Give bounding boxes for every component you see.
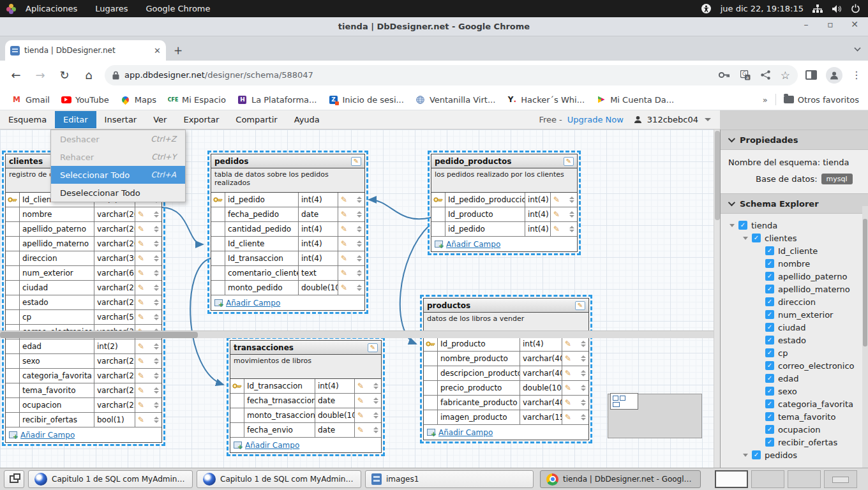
accessibility-icon[interactable] (701, 3, 712, 14)
expand-arrow-icon[interactable] (743, 237, 748, 240)
checked-checkbox[interactable]: ✓ (765, 387, 774, 396)
table-header[interactable]: pedidos✎ (211, 154, 364, 168)
field-row[interactable]: nombre_productovarchar(40)✎ (424, 352, 588, 366)
reorder-field-handle[interactable] (357, 197, 362, 203)
reorder-field-handle[interactable] (154, 314, 159, 320)
tree-node-apellido_paterno[interactable]: ✓apellido_paterno (721, 270, 868, 283)
show-desktop-button[interactable] (4, 470, 24, 488)
propiedades-section-header[interactable]: Propiedades (721, 130, 868, 150)
field-row[interactable]: apellido_paternovarchar(20)✎ (6, 222, 161, 237)
edit-field-icon[interactable]: ✎ (341, 225, 347, 234)
expand-arrow-icon[interactable] (743, 454, 748, 457)
table-pedidos[interactable]: pedidos✎tabla de datos sobre los pedidos… (211, 154, 365, 311)
menubar-item-ver[interactable]: Ver (145, 111, 175, 128)
reorder-field-handle[interactable] (373, 427, 378, 433)
edit-field-icon[interactable]: ✎ (138, 269, 144, 278)
menu-item-deseleccionar-todo[interactable]: Deseleccionar Todo (51, 184, 185, 202)
workspace-4[interactable] (824, 470, 857, 488)
reorder-field-handle[interactable] (357, 255, 362, 262)
tree-node-edad[interactable]: ✓edad (721, 372, 868, 385)
edit-field-icon[interactable]: ✎ (357, 396, 364, 405)
tree-node-ciudad[interactable]: ✓ciudad (721, 321, 868, 334)
tree-node-categoria_favorita[interactable]: ✓categoria_favorita (721, 397, 868, 410)
reorder-field-handle[interactable] (581, 385, 586, 391)
field-row[interactable]: Id_pedido_produccionint(4)✎ (431, 193, 577, 207)
reorder-field-handle[interactable] (154, 255, 159, 262)
tree-node-estado[interactable]: ✓estado (721, 334, 868, 346)
tree-node-cp[interactable]: ✓cp (721, 346, 868, 359)
edit-field-icon[interactable]: ✎ (341, 269, 347, 278)
checked-checkbox[interactable]: ✓ (765, 438, 774, 447)
field-row[interactable]: descripcion_productovarchar(40)✎ (424, 366, 588, 381)
reorder-field-handle[interactable] (581, 414, 586, 420)
checked-checkbox[interactable]: ✓ (765, 323, 774, 332)
edit-field-icon[interactable]: ✎ (138, 342, 144, 351)
tree-node-direccion[interactable]: ✓direccion (721, 295, 868, 308)
edit-field-icon[interactable]: ✎ (553, 210, 560, 219)
edit-field-icon[interactable]: ✎ (341, 210, 347, 219)
menubar-item-esquema[interactable]: Esquema (0, 111, 55, 128)
scrollbar-thumb[interactable] (0, 332, 198, 338)
back-button[interactable]: ← (4, 68, 28, 82)
reorder-field-handle[interactable] (357, 270, 362, 276)
field-row[interactable]: monto_trasacciondouble(10)✎ (230, 408, 381, 423)
field-row[interactable]: comentario_clientetext✎ (211, 266, 364, 281)
edit-field-icon[interactable]: ✎ (138, 401, 144, 410)
reorder-field-handle[interactable] (154, 343, 159, 350)
table-header[interactable]: pedido_productos✎ (431, 154, 577, 168)
checked-checkbox[interactable]: ✓ (765, 285, 774, 293)
edit-field-icon[interactable]: ✎ (341, 195, 347, 204)
checked-checkbox[interactable]: ✓ (765, 374, 774, 383)
reorder-field-handle[interactable] (357, 226, 362, 232)
reorder-field-handle[interactable] (373, 412, 378, 419)
tree-node-apellido_materno[interactable]: ✓apellido_materno (721, 283, 868, 295)
window-titlebar[interactable]: tienda | DbDesigner.net - Google Chrome … (0, 17, 868, 36)
reorder-field-handle[interactable] (154, 211, 159, 218)
browser-tab[interactable]: tienda | DbDesigner.net ✕ (5, 40, 166, 61)
edit-field-icon[interactable]: ✎ (138, 254, 144, 263)
edit-field-icon[interactable]: ✎ (138, 357, 144, 366)
field-row[interactable]: num_exteriorvarchar(6)✎ (6, 266, 161, 281)
user-menu-caret-icon[interactable] (705, 118, 711, 121)
field-row[interactable]: Id_productoint(4)✎ (424, 337, 588, 352)
edit-field-icon[interactable]: ✎ (565, 413, 571, 422)
reorder-field-handle[interactable] (357, 241, 362, 247)
add-field-link[interactable]: Añadir Campo (226, 299, 280, 308)
address-bar[interactable]: app.dbdesigner.net/designer/schema/58804… (105, 65, 798, 85)
field-row[interactable]: nombrevarchar(20)✎ (6, 207, 161, 222)
field-row[interactable]: fabricante_productovarchar(40)✎ (424, 396, 588, 410)
expand-arrow-icon[interactable] (730, 224, 735, 227)
edit-table-icon[interactable]: ✎ (575, 301, 585, 310)
tree-node-pedidos[interactable]: ✓pedidos (721, 449, 868, 461)
taskbar-window-1[interactable]: Capitulo 1 de SQL com MyAdminPH... (28, 470, 193, 488)
reorder-field-handle[interactable] (154, 241, 159, 247)
checked-checkbox[interactable]: ✓ (765, 259, 774, 268)
username[interactable]: 312cbebc04 (647, 115, 698, 124)
bookmark-ventanilla-virt-[interactable]: Ventanilla Virt... (415, 94, 495, 105)
bookmark-mi-espacio[interactable]: CFEMi Espacio (168, 94, 226, 105)
field-row[interactable]: fecha_trnasacciondate✎ (230, 394, 381, 408)
canvas-vertical-scrollbar[interactable] (714, 130, 720, 468)
field-row[interactable]: cpvarchar(5)✎ (6, 310, 161, 325)
tree-node-num_exterior[interactable]: ✓num_exterior (721, 308, 868, 321)
tree-node-Id_cliente[interactable]: ✓Id_cliente (721, 244, 868, 257)
reorder-field-handle[interactable] (373, 383, 378, 389)
taskbar-window-4[interactable]: tienda | DbDesigner.net - Google C... (540, 470, 701, 488)
bookmark-gmail[interactable]: MGmail (11, 94, 50, 105)
bookmark-star-icon[interactable]: ☆ (781, 69, 790, 82)
tree-node-sexo[interactable]: ✓sexo (721, 385, 868, 397)
tree-node-recibir_ofertas[interactable]: ✓recibir_ofertas (721, 436, 868, 449)
add-field-link[interactable]: Añadir Campo (245, 441, 299, 450)
reorder-field-handle[interactable] (581, 341, 586, 347)
schema-explorer-section-header[interactable]: Schema Explorer (721, 193, 868, 214)
canvas-horizontal-scrollbar[interactable] (0, 330, 714, 338)
field-row[interactable]: tema_favoritovarchar(25)✎ (6, 383, 161, 398)
taskbar-window-3[interactable]: images1 (365, 470, 534, 488)
checked-checkbox[interactable]: ✓ (752, 234, 761, 242)
edit-field-icon[interactable]: ✎ (138, 210, 144, 219)
tree-node-tienda[interactable]: ✓tienda (721, 219, 868, 232)
reorder-field-handle[interactable] (569, 197, 574, 203)
side-panel-icon[interactable] (805, 70, 817, 80)
add-field-link[interactable]: Añadir Campo (446, 240, 500, 249)
translate-icon[interactable]: Ga (740, 70, 751, 80)
